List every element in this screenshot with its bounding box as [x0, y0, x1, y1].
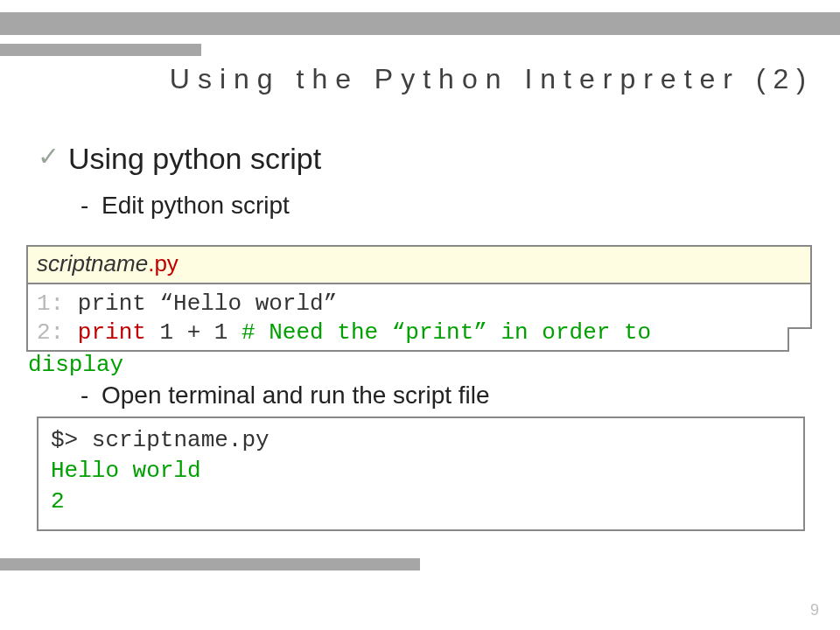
line-number: 2: — [37, 319, 64, 346]
bullet-item: ✓ Using python script — [35, 142, 814, 176]
terminal-output-1: Hello world — [51, 456, 791, 486]
decor-bar-bottom — [0, 558, 420, 570]
line-number: 1: — [37, 290, 64, 317]
decor-bar-top-wide — [0, 12, 840, 35]
terminal-output-2: 2 — [51, 486, 791, 517]
main-bullet-list: ✓ Using python script - Edit python scri… — [35, 142, 814, 228]
code-comment-wrap: display — [28, 352, 123, 378]
script-file-box: scriptname.py 1: print “Hello world” 2: … — [26, 245, 812, 352]
checkmark-icon: ✓ — [35, 144, 61, 169]
dogear-icon — [788, 327, 812, 352]
script-filename-stem: scriptname — [37, 250, 148, 276]
bullet-label: Using python script — [68, 142, 321, 176]
code-line-1: 1: print “Hello world” — [37, 290, 802, 318]
sub-bullet-1-label: Edit python script — [102, 192, 290, 220]
code-text: print “Hello world” — [64, 290, 337, 317]
sub-bullet-1: - Edit python script — [80, 192, 814, 220]
sub-bullet-2-label: Open terminal and run the script file — [102, 382, 490, 410]
script-code: 1: print “Hello world” 2: print 1 + 1 # … — [28, 284, 810, 350]
terminal-command: $> scriptname.py — [51, 425, 791, 456]
dash-icon: - — [80, 382, 93, 410]
terminal-box: $> scriptname.py Hello world 2 — [37, 416, 805, 531]
page-number: 9 — [810, 601, 819, 620]
sub-bullet-2: - Open terminal and run the script file — [80, 382, 490, 410]
code-wrapped-line: display — [28, 352, 123, 378]
code-keyword: print — [64, 319, 146, 346]
script-filename-ext: .py — [148, 250, 178, 276]
decor-bar-top-short — [0, 44, 201, 56]
code-text: 1 + 1 — [146, 319, 242, 346]
script-filename-bar: scriptname.py — [28, 247, 810, 284]
slide-title: Using the Python Interpreter (2) — [170, 63, 814, 95]
code-comment: # Need the “print” in order to — [242, 319, 651, 346]
terminal-content: $> scriptname.py Hello world 2 — [38, 418, 803, 524]
dash-icon: - — [80, 192, 93, 220]
code-line-2: 2: print 1 + 1 # Need the “print” in ord… — [37, 318, 802, 347]
